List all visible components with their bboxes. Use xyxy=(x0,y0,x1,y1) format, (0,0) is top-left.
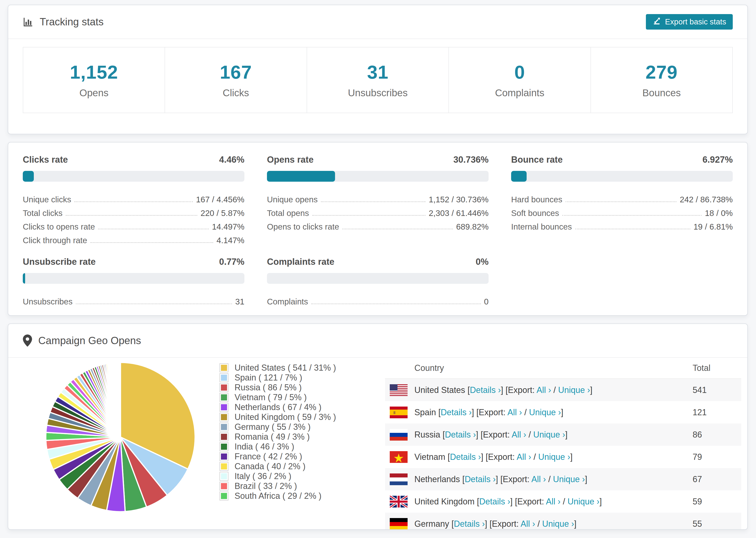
tracking-stats-title: Tracking stats xyxy=(23,16,104,28)
tracking-stats-card: Tracking stats Export basic stats 1,152O… xyxy=(8,5,748,134)
legend-swatch xyxy=(220,482,229,491)
export-unique-link[interactable]: Unique › xyxy=(558,385,590,395)
rate-progress-fill xyxy=(511,171,527,182)
export-all-link[interactable]: All › xyxy=(536,385,551,395)
summary-stat-cell: 167Clicks xyxy=(165,47,307,113)
details-link[interactable]: Details › xyxy=(445,430,476,439)
legend-label: Brazil ( 33 / 2% ) xyxy=(235,481,297,491)
legend-item: Brazil ( 33 / 2% ) xyxy=(220,481,336,491)
rate-stat-row: Clicks to opens rate14.497% xyxy=(23,218,244,232)
rate-panel-value: 6.927% xyxy=(702,155,733,165)
details-link[interactable]: Details › xyxy=(479,497,510,506)
slash-text: / xyxy=(551,385,558,395)
legend-label: Spain ( 121 / 7% ) xyxy=(235,373,302,383)
country-cell: United Kingdom [Details ›] [Export: All … xyxy=(414,497,693,507)
export-unique-link[interactable]: Unique › xyxy=(529,407,561,417)
tracking-stats-header: Tracking stats Export basic stats xyxy=(8,5,747,39)
export-all-link[interactable]: All › xyxy=(512,430,526,439)
total-cell: 86 xyxy=(693,430,741,440)
dotted-leader xyxy=(76,303,232,304)
pie-svg[interactable] xyxy=(43,360,198,514)
page-title: Tracking stats xyxy=(40,16,104,28)
summary-stat-value: 167 xyxy=(220,62,252,83)
table-row: Russia [Details ›] [Export: All › / Uniq… xyxy=(385,423,741,446)
pie-slice-other[interactable] xyxy=(120,362,121,437)
details-link[interactable]: Details › xyxy=(450,452,481,462)
rate-stat-value: 4.147% xyxy=(216,236,244,245)
table-row: Netherlands [Details ›] [Export: All › /… xyxy=(385,468,741,490)
rate-stat-value: 689.82% xyxy=(456,222,489,232)
export-unique-link[interactable]: Unique › xyxy=(553,474,585,484)
rate-stat-label: Total opens xyxy=(267,208,309,218)
rate-panel-rows: Unique opens1,152 / 30.736%Total opens2,… xyxy=(267,190,489,232)
export-unique-link[interactable]: Unique › xyxy=(567,497,599,506)
rate-stat-label: Soft bounces xyxy=(511,208,559,218)
details-link[interactable]: Details › xyxy=(470,385,501,395)
legend-label: Italy ( 36 / 2% ) xyxy=(235,471,291,481)
legend-label: Netherlands ( 67 / 4% ) xyxy=(235,402,321,412)
bracket-close: ] xyxy=(585,474,587,484)
total-cell: 59 xyxy=(693,497,741,507)
details-link[interactable]: Details › xyxy=(465,474,496,484)
export-all-link[interactable]: All › xyxy=(546,497,561,506)
bracket-close: ] xyxy=(599,497,602,506)
summary-stat-value: 31 xyxy=(367,62,389,83)
flag-vn-icon xyxy=(390,451,407,463)
rate-panel-titlebar: Bounce rate6.927% xyxy=(511,155,733,165)
export-all-link[interactable]: All › xyxy=(520,519,535,529)
legend-swatch xyxy=(220,462,229,471)
bracket-text: ] [Export: xyxy=(501,385,536,395)
details-link[interactable]: Details › xyxy=(441,407,472,417)
summary-stats-strip: 1,152Opens167Clicks31Unsubscribes0Compla… xyxy=(23,47,733,113)
legend-item: France ( 42 / 2% ) xyxy=(220,452,336,461)
rates-card: Clicks rate4.46%Unique clicks167 / 4.456… xyxy=(8,142,748,316)
geo-header: Campaign Geo Opens xyxy=(8,324,747,358)
legend-swatch xyxy=(220,442,229,451)
bracket-close: ] xyxy=(574,519,576,529)
rate-stat-label: Click through rate xyxy=(23,236,87,245)
summary-stat-cell: 0Complaints xyxy=(449,47,591,113)
export-all-link[interactable]: All › xyxy=(531,474,546,484)
rate-panel-title: Clicks rate xyxy=(23,155,68,165)
rate-stat-value: 14.497% xyxy=(212,222,244,232)
rate-panel: Clicks rate4.46%Unique clicks167 / 4.456… xyxy=(23,155,244,245)
country-column-header: Country xyxy=(414,363,693,373)
rate-progress-fill xyxy=(267,171,335,182)
dotted-leader xyxy=(575,229,690,229)
country-cell: Germany [Details ›] [Export: All › / Uni… xyxy=(414,519,693,529)
export-unique-link[interactable]: Unique › xyxy=(542,519,574,529)
bracket-close: ] xyxy=(570,452,573,462)
legend-swatch xyxy=(220,432,229,441)
rate-panel-title: Bounce rate xyxy=(511,155,563,165)
export-all-link[interactable]: All › xyxy=(507,407,522,417)
rate-stat-value: 2,303 / 61.446% xyxy=(429,208,489,218)
dotted-leader xyxy=(311,303,481,304)
rate-stat-row: Hard bounces242 / 86.738% xyxy=(511,190,733,204)
summary-stat-label: Unsubscribes xyxy=(348,87,407,99)
geo-table-header: Country Total xyxy=(385,358,741,379)
table-row: United Kingdom [Details ›] [Export: All … xyxy=(385,490,741,512)
export-unique-link[interactable]: Unique › xyxy=(538,452,570,462)
export-unique-link[interactable]: Unique › xyxy=(533,430,565,439)
legend-label: United Kingdom ( 59 / 3% ) xyxy=(235,412,336,422)
rate-panel-rows: Complaints0 xyxy=(267,293,489,306)
rate-stat-row: Click through rate4.147% xyxy=(23,232,244,245)
rate-progress-fill xyxy=(23,171,34,182)
details-link[interactable]: Details › xyxy=(454,519,485,529)
geo-opens-pie-chart[interactable] xyxy=(43,360,198,514)
rate-panel: Unsubscribe rate0.77%Unsubscribes31 xyxy=(23,257,244,306)
rate-progress-track xyxy=(267,273,489,284)
export-all-link[interactable]: All › xyxy=(517,452,531,462)
rate-stat-row: Unique clicks167 / 4.456% xyxy=(23,190,244,204)
rate-panels-grid: Clicks rate4.46%Unique clicks167 / 4.456… xyxy=(8,142,747,306)
rate-stat-label: Unique clicks xyxy=(23,195,71,204)
rate-panel-titlebar: Clicks rate4.46% xyxy=(23,155,244,165)
country-cell: United States [Details ›] [Export: All ›… xyxy=(414,385,693,395)
export-basic-stats-button[interactable]: Export basic stats xyxy=(646,14,733,29)
legend-item: Russia ( 86 / 5% ) xyxy=(220,383,336,393)
total-column-header: Total xyxy=(693,363,741,373)
legend-item: Italy ( 36 / 2% ) xyxy=(220,471,336,481)
slash-text: / xyxy=(561,497,567,506)
legend-swatch xyxy=(220,413,229,422)
legend-item: United Kingdom ( 59 / 3% ) xyxy=(220,412,336,422)
